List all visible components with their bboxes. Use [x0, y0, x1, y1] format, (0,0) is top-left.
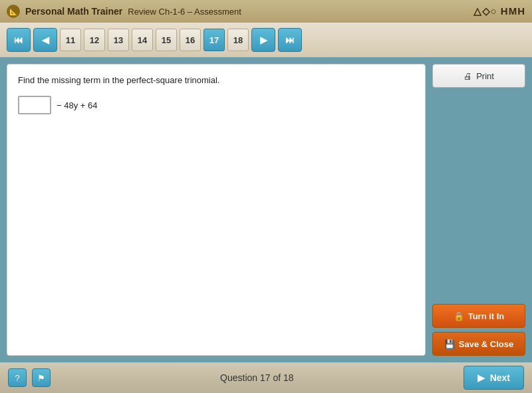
- turn-in-icon: 🔒: [454, 311, 464, 321]
- right-panel: 🖨 Print 🔒 Turn it In 💾 Save & Close: [432, 64, 525, 356]
- save-icon: 💾: [444, 339, 455, 349]
- nav-prev-button[interactable]: ◀: [33, 28, 57, 52]
- nav-first-button[interactable]: ⏮: [7, 28, 31, 52]
- footer: ? ⚑ Question 17 of 18 ▶ Next: [0, 362, 532, 393]
- review-title: Review Ch-1-6 – Assessment: [128, 7, 241, 17]
- flag-icon: ⚑: [37, 373, 45, 383]
- next-label: Next: [490, 372, 510, 383]
- header-left: 📐 Personal Math Trainer Review Ch-1-6 – …: [7, 5, 241, 18]
- footer-left: ? ⚑: [8, 368, 51, 387]
- nav-num-15[interactable]: 15: [156, 29, 177, 51]
- app-header: 📐 Personal Math Trainer Review Ch-1-6 – …: [0, 0, 532, 23]
- print-icon: 🖨: [464, 71, 472, 81]
- question-nav-bar: ⏮ ◀ 11 12 13 14 15 16 17 18 ▶ ⏭: [0, 23, 532, 57]
- help-label: ?: [15, 373, 19, 383]
- app-title: Personal Math Trainer: [25, 6, 122, 17]
- next-button[interactable]: ▶ Next: [464, 366, 524, 390]
- answer-area: − 48y + 64: [18, 96, 414, 114]
- main-content: Find the missing term in the perfect-squ…: [0, 57, 532, 362]
- help-button[interactable]: ?: [8, 368, 27, 387]
- turn-in-button[interactable]: 🔒 Turn it In: [432, 304, 525, 328]
- logo-shapes: △◇○: [473, 5, 501, 17]
- flag-button[interactable]: ⚑: [32, 368, 51, 387]
- expression-text: − 48y + 64: [57, 100, 97, 110]
- app-icon: 📐: [7, 5, 20, 18]
- save-close-button[interactable]: 💾 Save & Close: [432, 332, 525, 356]
- action-buttons: 🔒 Turn it In 💾 Save & Close: [432, 304, 525, 356]
- save-close-label: Save & Close: [459, 339, 513, 349]
- answer-input[interactable]: [18, 96, 51, 114]
- nav-next-button[interactable]: ▶: [251, 28, 275, 52]
- nav-num-12[interactable]: 12: [84, 29, 105, 51]
- nav-num-11[interactable]: 11: [60, 29, 81, 51]
- print-button[interactable]: 🖨 Print: [432, 64, 525, 88]
- nav-num-14[interactable]: 14: [132, 29, 153, 51]
- print-label: Print: [476, 71, 494, 81]
- nav-num-18[interactable]: 18: [227, 29, 249, 51]
- nav-num-13[interactable]: 13: [108, 29, 129, 51]
- nav-num-16[interactable]: 16: [180, 29, 201, 51]
- question-instruction: Find the missing term in the perfect-squ…: [18, 75, 414, 85]
- nav-last-button[interactable]: ⏭: [278, 28, 302, 52]
- next-arrow-icon: ▶: [477, 372, 485, 383]
- turn-in-label: Turn it In: [468, 311, 505, 321]
- nav-num-17[interactable]: 17: [203, 29, 225, 51]
- question-panel: Find the missing term in the perfect-squ…: [7, 64, 426, 356]
- hmh-logo: △◇○ HMH: [473, 5, 525, 17]
- question-counter: Question 17 of 18: [220, 372, 294, 383]
